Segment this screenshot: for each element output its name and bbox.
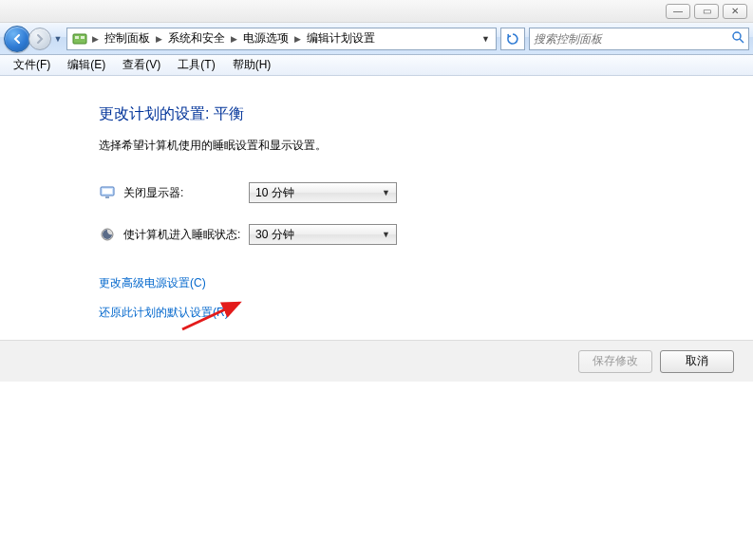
refresh-icon bbox=[506, 32, 519, 46]
breadcrumb-item[interactable]: 控制面板 bbox=[101, 28, 154, 49]
svg-line-4 bbox=[740, 39, 744, 43]
forward-button[interactable] bbox=[28, 28, 51, 50]
chevron-right-icon: ▶ bbox=[154, 34, 164, 44]
select-sleep[interactable]: 30 分钟 ▼ bbox=[249, 224, 397, 245]
search-box[interactable] bbox=[529, 28, 749, 50]
search-input[interactable] bbox=[534, 32, 731, 46]
menu-file[interactable]: 文件(F) bbox=[6, 55, 58, 75]
chevron-down-icon: ▼ bbox=[382, 230, 390, 239]
chevron-right-icon: ▶ bbox=[229, 34, 239, 44]
content-area: 更改计划的设置: 平衡 选择希望计算机使用的睡眠设置和显示设置。 关闭显示器: … bbox=[0, 76, 753, 340]
link-restore-defaults[interactable]: 还原此计划的默认设置(R) bbox=[99, 305, 753, 321]
chevron-right-icon: ▶ bbox=[90, 34, 101, 44]
menu-help[interactable]: 帮助(H) bbox=[225, 55, 279, 75]
links-section: 更改高级电源设置(C) 还原此计划的默认设置(R) bbox=[99, 275, 753, 321]
select-sleep-value: 30 分钟 bbox=[255, 227, 294, 243]
footer-bar: 保存修改 取消 bbox=[0, 340, 753, 382]
chevron-right-icon: ▶ bbox=[292, 34, 303, 44]
back-button[interactable] bbox=[4, 26, 30, 52]
maximize-button[interactable]: ▭ bbox=[694, 4, 719, 19]
moon-icon bbox=[99, 226, 116, 243]
nav-back-group: ▼ bbox=[4, 26, 65, 52]
address-bar[interactable]: ▶ 控制面板 ▶ 系统和安全 ▶ 电源选项 ▶ 编辑计划设置 ▼ bbox=[66, 28, 497, 50]
cancel-button[interactable]: 取消 bbox=[660, 350, 734, 373]
save-button: 保存修改 bbox=[578, 350, 652, 373]
close-button[interactable]: ✕ bbox=[723, 4, 747, 19]
menubar: 文件(F) 编辑(E) 查看(V) 工具(T) 帮助(H) bbox=[0, 55, 753, 76]
monitor-icon bbox=[99, 184, 116, 201]
breadcrumb: ▶ 控制面板 ▶ 系统和安全 ▶ 电源选项 ▶ 编辑计划设置 bbox=[90, 28, 477, 49]
window-titlebar: — ▭ ✕ bbox=[0, 0, 753, 23]
menu-tools[interactable]: 工具(T) bbox=[170, 55, 222, 75]
select-display-off[interactable]: 10 分钟 ▼ bbox=[249, 182, 397, 203]
nav-history-dropdown[interactable]: ▼ bbox=[51, 29, 65, 48]
breadcrumb-item[interactable]: 编辑计划设置 bbox=[303, 28, 379, 49]
svg-rect-6 bbox=[103, 189, 112, 194]
select-display-off-value: 10 分钟 bbox=[255, 185, 294, 201]
setting-row-sleep: 使计算机进入睡眠状态: 30 分钟 ▼ bbox=[99, 224, 753, 245]
minimize-button[interactable]: — bbox=[666, 4, 690, 19]
search-icon[interactable] bbox=[731, 30, 744, 47]
menu-edit[interactable]: 编辑(E) bbox=[60, 55, 113, 75]
svg-rect-7 bbox=[105, 196, 109, 198]
setting-label-sleep: 使计算机进入睡眠状态: bbox=[123, 227, 249, 243]
control-panel-icon bbox=[71, 30, 88, 47]
setting-row-display-off: 关闭显示器: 10 分钟 ▼ bbox=[99, 182, 753, 203]
address-dropdown[interactable]: ▼ bbox=[477, 28, 494, 49]
page-heading: 更改计划的设置: 平衡 bbox=[99, 104, 753, 124]
breadcrumb-item[interactable]: 系统和安全 bbox=[164, 28, 229, 49]
breadcrumb-item[interactable]: 电源选项 bbox=[239, 28, 292, 49]
chevron-down-icon: ▼ bbox=[382, 188, 390, 197]
link-advanced-settings[interactable]: 更改高级电源设置(C) bbox=[99, 275, 753, 291]
setting-label-display-off: 关闭显示器: bbox=[123, 185, 249, 201]
navigation-bar: ▼ ▶ 控制面板 ▶ 系统和安全 ▶ 电源选项 ▶ 编辑计划设置 ▼ bbox=[0, 23, 753, 55]
svg-rect-1 bbox=[75, 36, 79, 39]
menu-view[interactable]: 查看(V) bbox=[115, 55, 168, 75]
svg-rect-2 bbox=[81, 36, 85, 39]
refresh-button[interactable] bbox=[500, 28, 525, 50]
page-subtext: 选择希望计算机使用的睡眠设置和显示设置。 bbox=[99, 138, 753, 154]
svg-point-3 bbox=[733, 32, 741, 40]
